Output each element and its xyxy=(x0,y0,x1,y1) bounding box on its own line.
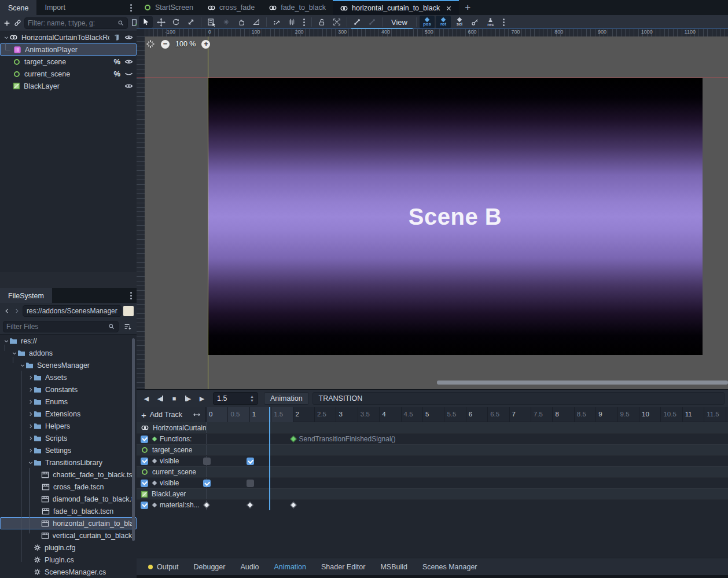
bottom-panel-debugger[interactable]: Debugger xyxy=(194,563,226,571)
timeline-node-row[interactable]: BlackLayer xyxy=(137,488,728,499)
new-scene-tab-button[interactable]: + xyxy=(459,0,476,15)
keyframe[interactable] xyxy=(290,502,296,508)
nav-back-button[interactable] xyxy=(3,305,11,317)
boolean-keyframe[interactable] xyxy=(247,480,254,487)
track-key-area[interactable]: SendTransitionFinishedSignal() xyxy=(206,434,728,444)
instance-scene-button[interactable] xyxy=(13,17,22,29)
tab-scene[interactable]: Scene xyxy=(0,0,36,15)
list-select-tool-button[interactable] xyxy=(204,16,218,28)
key-scale-toggle[interactable]: scl xyxy=(452,16,467,28)
grid-snap-button[interactable] xyxy=(285,16,299,28)
play-from-start-button[interactable]: ▶ xyxy=(182,392,194,405)
scale-tool-button[interactable] xyxy=(184,16,198,28)
key-position-toggle[interactable]: pos xyxy=(420,16,435,28)
group-button[interactable] xyxy=(330,16,344,28)
auto-key-toggle[interactable]: rec xyxy=(483,16,498,28)
fit-width-icon[interactable] xyxy=(193,412,201,418)
track-key-area[interactable] xyxy=(206,489,728,499)
boolean-keyframe[interactable] xyxy=(203,480,211,487)
viewport-horizontal-scrollbar[interactable] xyxy=(437,381,728,385)
zoom-level-label[interactable]: 100 % xyxy=(175,40,196,48)
skeleton-options-button[interactable] xyxy=(365,16,379,28)
key-rotation-toggle[interactable]: rot xyxy=(436,16,451,28)
eye-badge[interactable] xyxy=(124,83,133,89)
eye-closed-badge[interactable] xyxy=(124,71,133,77)
add-track-button[interactable]: Add Track xyxy=(150,411,182,419)
track-key-area[interactable] xyxy=(206,467,728,477)
track-enabled-checkbox[interactable] xyxy=(141,436,148,443)
timeline-track-row[interactable]: material:sh... xyxy=(137,499,728,510)
timeline-node-row[interactable]: current_scene xyxy=(137,466,728,477)
track-key-area[interactable] xyxy=(206,500,728,510)
bottom-panel-audio[interactable]: Audio xyxy=(240,563,259,571)
animation-options-menu-icon[interactable] xyxy=(499,17,508,27)
pan-tool-button[interactable] xyxy=(234,16,248,28)
bottom-panel-scenes-manager[interactable]: Scenes Manager xyxy=(422,563,477,571)
bottom-panel-output[interactable]: Output xyxy=(148,563,179,571)
track-key-area[interactable] xyxy=(206,445,728,455)
filesystem-path-input[interactable] xyxy=(23,305,122,317)
eye-badge[interactable] xyxy=(124,34,133,41)
select-tool-button[interactable] xyxy=(139,16,153,28)
script-badge[interactable] xyxy=(113,34,120,41)
function-key[interactable] xyxy=(290,436,296,442)
file-item-addons[interactable]: addons xyxy=(0,347,137,359)
keyframe[interactable] xyxy=(247,502,253,508)
timeline-ruler[interactable]: 00.511.522.533.544.555.566.577.588.599.5… xyxy=(137,407,728,422)
animation-name-field[interactable]: TRANSITION xyxy=(312,392,725,405)
track-key-area[interactable] xyxy=(206,478,728,488)
track-enabled-checkbox[interactable] xyxy=(141,458,148,465)
filesystem-sort-button[interactable] xyxy=(121,321,134,333)
skeleton-button[interactable] xyxy=(350,16,364,28)
view-menu-button[interactable]: View xyxy=(385,18,413,27)
filesystem-menu-icon[interactable] xyxy=(127,291,135,301)
track-key-area[interactable] xyxy=(206,456,728,466)
scene-tree-item-horizontalcurtaintoblackroot[interactable]: HorizontalCurtainToBlackRoot xyxy=(0,31,137,43)
lock-button[interactable] xyxy=(315,16,329,28)
rotate-tool-button[interactable] xyxy=(169,16,183,28)
zoom-out-button[interactable]: − xyxy=(161,40,170,49)
boolean-keyframe[interactable] xyxy=(203,458,211,465)
nav-forward-button[interactable] xyxy=(13,305,21,317)
scene-dock-menu-icon[interactable] xyxy=(127,3,135,13)
pivot-tool-button[interactable] xyxy=(219,16,233,28)
scene-filter-input[interactable] xyxy=(28,19,117,27)
time-spinner[interactable]: ▲▼ xyxy=(250,395,254,402)
file-item-scenesmanager[interactable]: ScenesManager xyxy=(0,359,137,371)
file-item-scenesmanager-cs[interactable]: ScenesManager.cs xyxy=(0,566,137,578)
2d-viewport[interactable]: Scene B -1000100200300400500600700800900… xyxy=(137,29,728,389)
scene-tab-fade_to_black[interactable]: fade_to_black xyxy=(262,0,333,15)
scene-tree-item-blacklayer[interactable]: BlackLayer xyxy=(0,80,137,92)
scene-tab-horizontal_curtain_to_black[interactable]: horizontal_curtain_to_black xyxy=(333,0,459,15)
eye-badge[interactable] xyxy=(124,58,133,65)
track-enabled-checkbox[interactable] xyxy=(141,502,148,509)
scene-tab-cross_fade[interactable]: cross_fade xyxy=(200,0,262,15)
filesystem-filter-input[interactable] xyxy=(6,323,108,331)
bottom-panel-animation[interactable]: Animation xyxy=(274,563,306,571)
current-time-field[interactable]: 1.5 ▲▼ xyxy=(213,392,258,405)
timeline-node-row[interactable]: target_scene xyxy=(137,444,728,455)
timeline-track-row[interactable]: visible xyxy=(137,455,728,466)
boolean-keyframe[interactable] xyxy=(247,458,254,465)
play-backwards-from-end-button[interactable]: ◀ xyxy=(154,392,167,405)
zoom-in-button[interactable]: + xyxy=(201,40,210,49)
timeline-track-row[interactable]: Functions:SendTransitionFinishedSignal() xyxy=(137,433,728,444)
tab-filesystem[interactable]: FileSystem xyxy=(0,288,52,303)
animation-menu-button[interactable]: Animation xyxy=(264,392,309,405)
filesystem-scrollbar[interactable] xyxy=(132,338,135,541)
add-node-button[interactable] xyxy=(3,17,11,29)
close-icon[interactable] xyxy=(446,5,452,12)
track-key-area[interactable] xyxy=(206,422,728,433)
timeline-node-row[interactable]: HorizontalCurtain... xyxy=(137,422,728,433)
scene-tab-StartScreen[interactable]: StartScreen xyxy=(137,0,200,15)
scene-tree-item-animationplayer[interactable]: AnimationPlayer xyxy=(0,43,137,56)
track-enabled-checkbox[interactable] xyxy=(141,480,148,487)
timeline-track-row[interactable]: visible xyxy=(137,477,728,488)
play-button[interactable]: ▶ xyxy=(196,392,208,405)
snap-options-menu-icon[interactable] xyxy=(300,17,308,27)
stop-button[interactable]: ■ xyxy=(168,392,181,405)
unique-name-badge[interactable]: % xyxy=(113,69,120,78)
unique-name-badge[interactable]: % xyxy=(113,57,120,66)
scene-tree-item-target_scene[interactable]: target_scene% xyxy=(0,56,137,68)
filesystem-display-mode-toggle[interactable] xyxy=(123,306,134,316)
